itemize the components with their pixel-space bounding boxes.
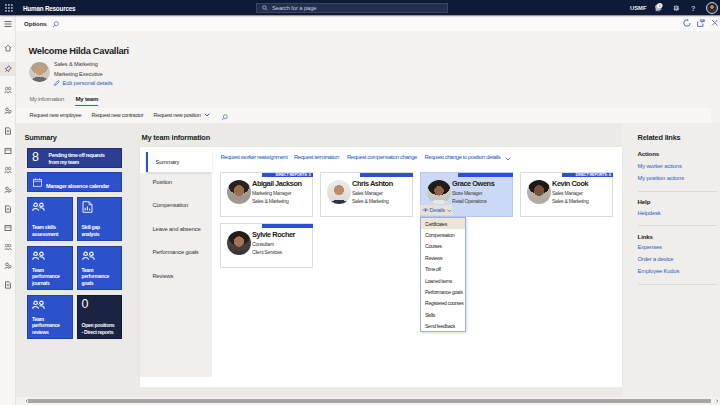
svg-text:1: 1 xyxy=(659,4,661,8)
